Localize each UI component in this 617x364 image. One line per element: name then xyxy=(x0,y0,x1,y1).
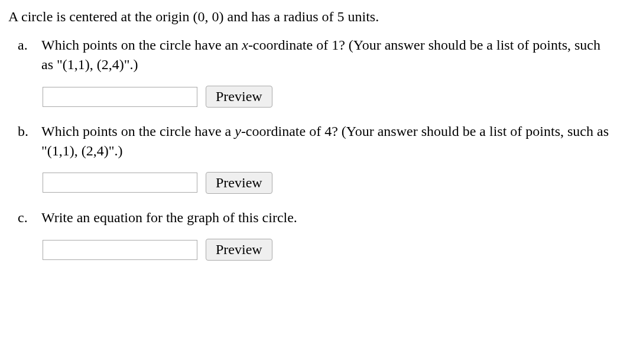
part-b-answer-input[interactable] xyxy=(43,173,197,193)
part-b-variable: y xyxy=(235,124,241,139)
part-a-marker: a. xyxy=(18,35,28,54)
part-b-preview-button[interactable]: Preview xyxy=(206,172,272,194)
part-a-answer-row: Preview xyxy=(41,86,609,108)
part-c-marker: c. xyxy=(18,208,28,227)
part-c-answer-row: Preview xyxy=(41,239,609,261)
part-a-text-before: Which points on the circle have an xyxy=(41,37,242,53)
part-a-preview-button[interactable]: Preview xyxy=(206,86,272,108)
part-a-question: Which points on the circle have an x-coo… xyxy=(41,35,609,74)
part-c-question: Write an equation for the graph of this … xyxy=(41,208,609,227)
part-c-preview-button[interactable]: Preview xyxy=(206,239,272,261)
part-b: b. Which points on the circle have a y-c… xyxy=(41,122,609,194)
part-b-answer-row: Preview xyxy=(41,172,609,194)
part-c: c. Write an equation for the graph of th… xyxy=(41,208,609,261)
part-b-text-before: Which points on the circle have a xyxy=(41,124,235,139)
part-c-answer-input[interactable] xyxy=(43,240,197,260)
problem-intro: A circle is centered at the origin (0, 0… xyxy=(8,7,609,26)
part-a-answer-input[interactable] xyxy=(43,87,197,107)
part-b-question: Which points on the circle have a y-coor… xyxy=(41,122,609,160)
part-a: a. Which points on the circle have an x-… xyxy=(41,35,609,108)
part-a-variable: x xyxy=(242,37,248,53)
part-b-marker: b. xyxy=(18,122,28,141)
parts-list: a. Which points on the circle have an x-… xyxy=(8,35,609,261)
